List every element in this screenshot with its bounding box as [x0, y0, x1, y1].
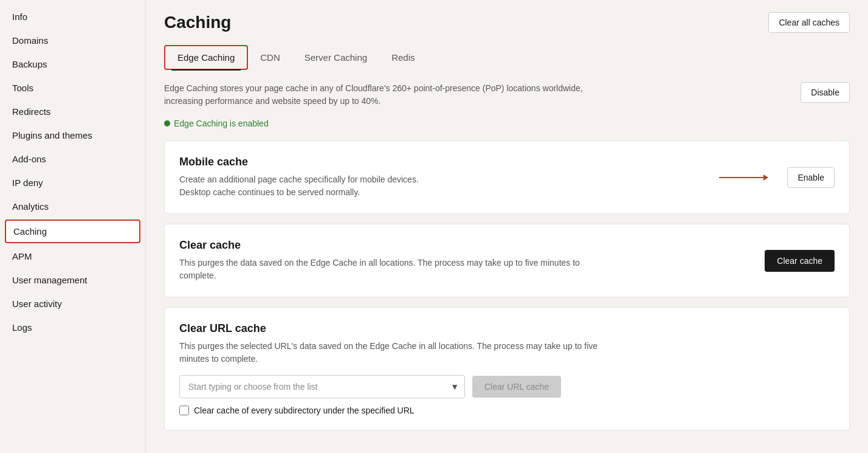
tab-redis[interactable]: Redis: [379, 45, 427, 70]
sidebar-item-ip-deny[interactable]: IP deny: [0, 171, 145, 195]
main-content: Caching Clear all caches Edge Caching CD…: [146, 0, 868, 453]
status-text: Edge Caching is enabled: [174, 119, 269, 128]
clear-url-cache-desc: This purges the selected URL's data save…: [179, 340, 605, 365]
sidebar-item-info[interactable]: Info: [0, 5, 145, 29]
arrow-line: [719, 177, 768, 178]
mobile-cache-body: Mobile cache Create an additional page c…: [179, 156, 719, 199]
sidebar-item-apm[interactable]: APM: [0, 244, 145, 268]
clear-cache-card: Clear cache This purges the data saved o…: [164, 224, 850, 297]
disable-edge-caching-button[interactable]: Disable: [801, 82, 850, 103]
sidebar-item-plugins-and-themes[interactable]: Plugins and themes: [0, 123, 145, 147]
sidebar-item-domains[interactable]: Domains: [0, 29, 145, 52]
mobile-cache-actions: Enable: [719, 167, 835, 188]
sidebar-item-user-management[interactable]: User management: [0, 268, 145, 292]
clear-all-caches-button[interactable]: Clear all caches: [768, 12, 850, 33]
sidebar-item-logs[interactable]: Logs: [0, 316, 145, 339]
clear-url-cache-button[interactable]: Clear URL cache: [472, 376, 561, 398]
clear-url-cache-title: Clear URL cache: [179, 322, 835, 335]
subdirectory-checkbox[interactable]: [179, 406, 189, 415]
edge-caching-description: Edge Caching stores your page cache in a…: [164, 82, 590, 108]
page-header: Caching Clear all caches: [164, 12, 850, 33]
sidebar-item-analytics[interactable]: Analytics: [0, 195, 145, 218]
clear-cache-title: Clear cache: [179, 239, 753, 252]
mobile-cache-title: Mobile cache: [179, 156, 719, 168]
sidebar-item-redirects[interactable]: Redirects: [0, 100, 145, 123]
mobile-cache-card: Mobile cache Create an additional page c…: [164, 140, 850, 214]
tabs-bar: Edge Caching CDN Server Caching Redis: [164, 45, 850, 70]
sidebar-item-add-ons[interactable]: Add-ons: [0, 147, 145, 171]
status-dot: [164, 120, 170, 126]
enable-mobile-cache-button[interactable]: Enable: [787, 167, 835, 188]
sidebar-item-backups[interactable]: Backups: [0, 52, 145, 76]
tab-server-caching[interactable]: Server Caching: [292, 45, 379, 70]
subdirectory-checkbox-label: Clear cache of every subdirectory under …: [194, 406, 415, 415]
tab-cdn[interactable]: CDN: [248, 45, 292, 70]
sidebar-item-user-activity[interactable]: User activity: [0, 292, 145, 316]
edge-caching-status: Edge Caching is enabled: [164, 119, 850, 128]
url-select-input[interactable]: Start typing or choose from the list: [179, 375, 465, 398]
sidebar: Info Domains Backups Tools Redirects Plu…: [0, 0, 146, 453]
clear-cache-button[interactable]: Clear cache: [765, 250, 835, 272]
clear-url-cache-card: Clear URL cache This purges the selected…: [164, 307, 850, 431]
clear-cache-desc: This purges the data saved on the Edge C…: [179, 257, 605, 282]
clear-cache-body: Clear cache This purges the data saved o…: [179, 239, 753, 282]
tab-edge-caching[interactable]: Edge Caching: [164, 45, 248, 70]
url-cache-controls: Start typing or choose from the list ▼ C…: [179, 375, 835, 398]
sidebar-item-tools[interactable]: Tools: [0, 76, 145, 100]
sidebar-item-caching[interactable]: Caching: [5, 220, 140, 243]
subdirectory-checkbox-row: Clear cache of every subdirectory under …: [179, 406, 835, 415]
mobile-cache-desc: Create an additional page cache specific…: [179, 173, 605, 199]
url-input-wrapper: Start typing or choose from the list ▼: [179, 375, 465, 398]
arrow-indicator: [719, 177, 768, 178]
page-title: Caching: [164, 13, 231, 32]
